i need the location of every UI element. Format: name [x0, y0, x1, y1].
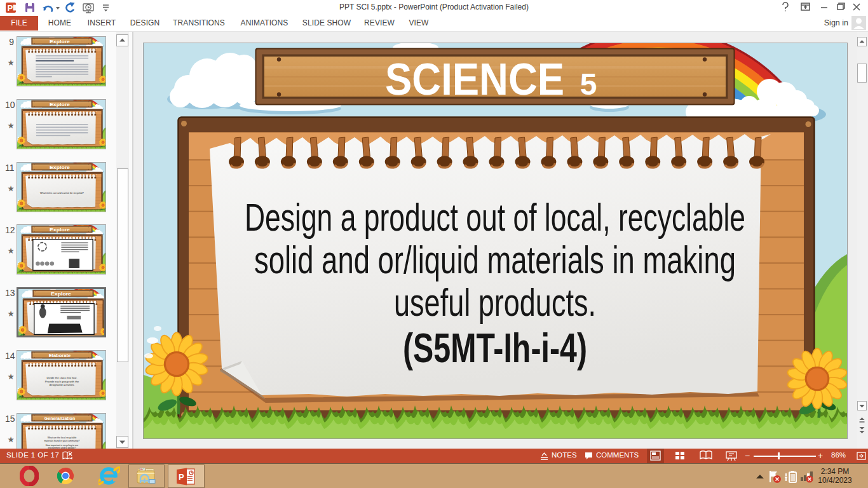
svg-text:5: 5 [580, 67, 597, 101]
svg-text:What are the local recyclable: What are the local recyclable [48, 437, 77, 439]
svg-text:(S5MT-Ih-i-4): (S5MT-Ih-i-4) [403, 325, 587, 371]
svg-text:materials found in your commun: materials found in your community? [44, 440, 79, 442]
svg-text:Explore: Explore [50, 39, 70, 44]
svg-text:Explore: Explore [50, 165, 70, 170]
svg-text:Elaborate: Elaborate [49, 353, 71, 358]
svg-text:Provide each group with the: Provide each group with the [45, 380, 79, 383]
svg-text:Divide the class into four.: Divide the class into four. [46, 376, 77, 379]
svg-text:Explore: Explore [50, 102, 70, 107]
svg-text:P: P [179, 472, 184, 482]
svg-text:useful products.: useful products. [394, 280, 596, 324]
svg-text:Design a product out of local,: Design a product out of local, recyclabl… [245, 195, 745, 239]
svg-text:What items can and cannot be r: What items can and cannot be recycled? [40, 192, 84, 194]
svg-text:SCIENCE: SCIENCE [385, 55, 564, 104]
svg-text:How important is recycling to: How important is recycling to our [46, 444, 79, 447]
svg-text:Generalization: Generalization [44, 416, 76, 421]
svg-text:solid and or/liquid materials: solid and or/liquid materials in making [254, 238, 736, 281]
svg-text:Explore: Explore [50, 227, 70, 233]
svg-text:Explore: Explore [51, 291, 71, 297]
svg-text:designated activities.: designated activities. [49, 383, 74, 386]
